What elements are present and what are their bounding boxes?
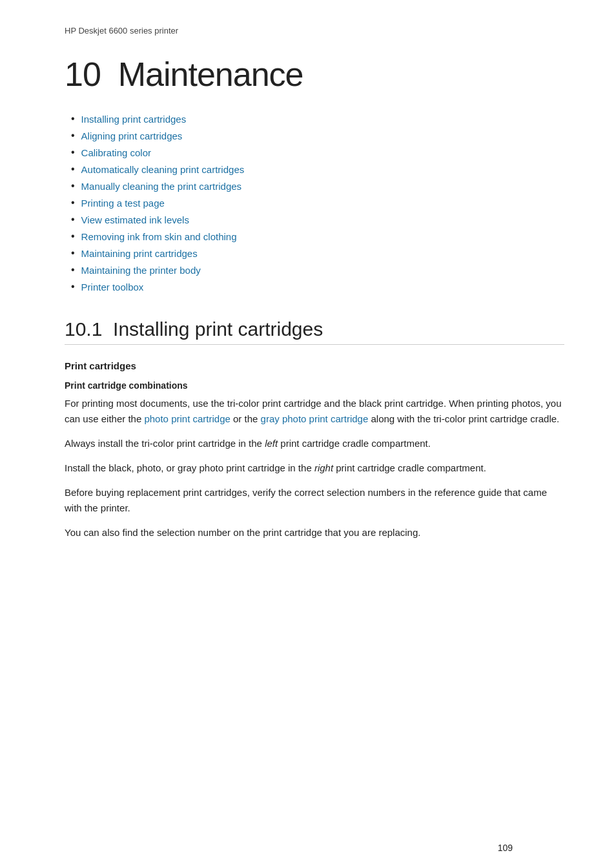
- toc-list: Installing print cartridges Aligning pri…: [65, 113, 564, 293]
- toc-item-1: Installing print cartridges: [71, 113, 564, 125]
- gray-photo-print-cartridge-link[interactable]: gray photo print cartridge: [261, 413, 369, 424]
- chapter-title: 10 Maintenance: [65, 55, 564, 94]
- toc-item-4: Automatically cleaning print cartridges: [71, 163, 564, 175]
- toc-link-3[interactable]: Calibrating color: [81, 147, 151, 158]
- toc-link-7[interactable]: View estimated ink levels: [81, 214, 189, 225]
- paragraph-4: Before buying replacement print cartridg…: [65, 485, 564, 516]
- toc-link-10[interactable]: Maintaining the printer body: [81, 265, 201, 276]
- toc-item-6: Printing a test page: [71, 197, 564, 209]
- toc-link-8[interactable]: Removing ink from skin and clothing: [81, 231, 237, 242]
- toc-item-11: Printer toolbox: [71, 281, 564, 293]
- toc-item-8: Removing ink from skin and clothing: [71, 231, 564, 242]
- toc-link-4[interactable]: Automatically cleaning print cartridges: [81, 164, 245, 175]
- page-wrapper: HP Deskjet 6600 series printer 10 Mainte…: [65, 26, 564, 853]
- toc-link-11[interactable]: Printer toolbox: [81, 282, 144, 293]
- italic-left: left: [265, 438, 278, 449]
- subsubsection-title: Print cartridge combinations: [65, 380, 564, 391]
- toc-link-6[interactable]: Printing a test page: [81, 198, 165, 209]
- toc-item-9: Maintaining print cartridges: [71, 247, 564, 259]
- toc-item-7: View estimated ink levels: [71, 214, 564, 225]
- italic-right: right: [314, 462, 333, 473]
- toc-link-5[interactable]: Manually cleaning the print cartridges: [81, 181, 241, 192]
- paragraph-5: You can also find the selection number o…: [65, 525, 564, 540]
- toc-item-5: Manually cleaning the print cartridges: [71, 180, 564, 192]
- section-title: 10.1 Installing print cartridges: [65, 318, 564, 345]
- toc-link-1[interactable]: Installing print cartridges: [81, 114, 187, 125]
- toc-link-2[interactable]: Aligning print cartridges: [81, 130, 183, 141]
- toc-item-10: Maintaining the printer body: [71, 264, 564, 276]
- page-number: 109: [498, 843, 513, 853]
- paragraph-2: Always install the tri-color print cartr…: [65, 436, 564, 451]
- toc-link-9[interactable]: Maintaining print cartridges: [81, 248, 198, 259]
- toc-item-2: Aligning print cartridges: [71, 130, 564, 141]
- toc-item-3: Calibrating color: [71, 147, 564, 158]
- paragraph-3: Install the black, photo, or gray photo …: [65, 460, 564, 476]
- paragraph-1: For printing most documents, use the tri…: [65, 396, 564, 427]
- breadcrumb: HP Deskjet 6600 series printer: [65, 26, 564, 36]
- photo-print-cartridge-link[interactable]: photo print cartridge: [144, 413, 230, 424]
- subsection-title: Print cartridges: [65, 360, 564, 371]
